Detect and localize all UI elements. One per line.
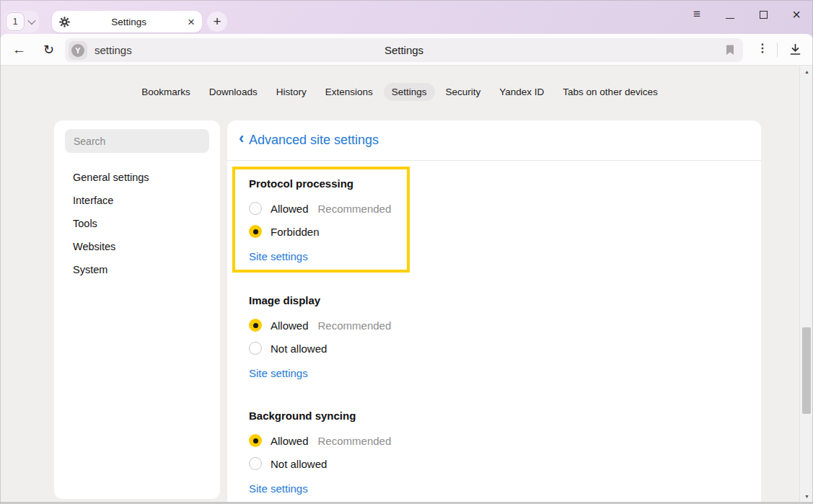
radio-label[interactable]: Allowed xyxy=(271,435,309,447)
bookmark-icon[interactable] xyxy=(726,45,734,56)
yandex-favicon-icon: Y xyxy=(71,44,84,57)
radio-unselected-icon[interactable] xyxy=(249,342,262,355)
sidebar-item-interface[interactable]: Interface xyxy=(54,189,220,212)
chevron-down-icon[interactable] xyxy=(27,17,35,25)
radio-row-protocol-forbidden[interactable]: Forbidden xyxy=(249,220,407,243)
page-content: Bookmarks Downloads History Extensions S… xyxy=(0,65,813,504)
settings-nav-row: Bookmarks Downloads History Extensions S… xyxy=(0,83,799,101)
site-settings-link-sync[interactable]: Site settings xyxy=(249,482,308,496)
settings-main-panel: ‹ Advanced site settings Protocol proces… xyxy=(227,120,761,502)
maximize-button[interactable] xyxy=(757,8,770,21)
nav-settings[interactable]: Settings xyxy=(384,83,435,101)
window-bottom-edge xyxy=(0,502,813,503)
radio-label[interactable]: Forbidden xyxy=(271,226,320,238)
scroll-down-icon[interactable]: ▼ xyxy=(800,494,813,499)
nav-yandex-id[interactable]: Yandex ID xyxy=(491,83,552,101)
section-title-background-syncing: Background syncing xyxy=(249,409,624,423)
browser-menu-icon[interactable]: ≡ xyxy=(690,8,703,21)
back-header[interactable]: ‹ Advanced site settings xyxy=(227,120,761,160)
chevron-back-icon[interactable]: ‹ xyxy=(239,129,244,148)
radio-row-sync-not-allowed[interactable]: Not allowed xyxy=(249,452,624,475)
search-input[interactable] xyxy=(65,129,209,153)
gear-icon xyxy=(59,17,70,27)
tab-title: Settings xyxy=(70,17,188,27)
scroll-up-icon[interactable]: ▲ xyxy=(800,69,813,74)
scrollbar-thumb[interactable] xyxy=(802,327,811,414)
address-bar[interactable]: Y settings Settings xyxy=(65,38,743,62)
recommended-note: Recommended xyxy=(318,435,392,447)
refresh-button[interactable]: ↻ xyxy=(43,42,54,58)
nav-extensions[interactable]: Extensions xyxy=(317,83,381,101)
radio-label[interactable]: Allowed xyxy=(271,319,309,332)
section-image-display: Image display Allowed Recommended Not al… xyxy=(249,293,624,381)
radio-label[interactable]: Allowed xyxy=(271,203,309,215)
radio-row-sync-allowed[interactable]: Allowed Recommended xyxy=(249,429,624,452)
nav-bookmarks[interactable]: Bookmarks xyxy=(133,83,198,101)
nav-history[interactable]: History xyxy=(268,83,315,101)
recommended-note: Recommended xyxy=(318,203,392,215)
sidebar-item-websites[interactable]: Websites xyxy=(54,235,220,258)
radio-row-image-allowed[interactable]: Allowed Recommended xyxy=(249,314,624,337)
site-settings-link-protocol[interactable]: Site settings xyxy=(249,249,308,264)
page-actions-kebab-icon[interactable]: ⋮ xyxy=(757,41,768,55)
radio-unselected-icon[interactable] xyxy=(249,457,262,470)
vertical-scrollbar[interactable]: ▲ ▼ xyxy=(799,66,813,503)
nav-downloads[interactable]: Downloads xyxy=(201,83,265,101)
tab-strip: 1 Settings × + ≡ × xyxy=(0,0,813,37)
sidebar-item-general-settings[interactable]: General settings xyxy=(54,166,220,189)
header-divider xyxy=(227,160,761,161)
page-title[interactable]: Advanced site settings xyxy=(249,133,379,148)
radio-selected-icon[interactable] xyxy=(249,319,262,332)
highlight-box-protocol-processing: Protocol processing Allowed Recommended … xyxy=(232,167,410,273)
settings-sidebar: General settings Interface Tools Website… xyxy=(54,120,220,499)
minimize-button[interactable] xyxy=(724,8,737,21)
radio-row-image-not-allowed[interactable]: Not allowed xyxy=(249,337,624,360)
radio-label[interactable]: Not allowed xyxy=(271,458,327,470)
section-title-image-display: Image display xyxy=(249,293,624,307)
radio-selected-icon[interactable] xyxy=(249,434,262,447)
tab-counter-badge[interactable]: 1 xyxy=(6,12,25,31)
tab-group[interactable]: 1 xyxy=(4,11,39,32)
recommended-note: Recommended xyxy=(318,319,392,332)
downloads-icon[interactable] xyxy=(789,43,801,56)
new-tab-button[interactable]: + xyxy=(207,12,227,32)
close-window-button[interactable]: × xyxy=(790,8,803,21)
toolbar-separator xyxy=(777,43,778,57)
tab-close-icon[interactable]: × xyxy=(188,16,195,28)
nav-security[interactable]: Security xyxy=(438,83,489,101)
section-title-protocol-processing: Protocol processing xyxy=(249,177,407,190)
radio-label[interactable]: Not allowed xyxy=(271,342,327,355)
browser-tab-settings[interactable]: Settings × xyxy=(52,11,202,32)
browser-back-button[interactable]: ← xyxy=(12,42,26,58)
url-text: settings xyxy=(95,44,132,56)
radio-unselected-icon[interactable] xyxy=(249,202,262,215)
address-bar-page-title: Settings xyxy=(65,44,743,56)
site-favicon-chip: Y xyxy=(69,41,87,60)
sidebar-item-system[interactable]: System xyxy=(54,258,220,281)
site-settings-link-image[interactable]: Site settings xyxy=(249,366,308,381)
nav-tabs-other-devices[interactable]: Tabs on other devices xyxy=(555,83,665,101)
radio-row-protocol-allowed[interactable]: Allowed Recommended xyxy=(249,197,407,220)
section-background-syncing: Background syncing Allowed Recommended N… xyxy=(249,409,624,496)
sidebar-item-tools[interactable]: Tools xyxy=(54,212,220,235)
radio-selected-icon[interactable] xyxy=(249,225,262,238)
